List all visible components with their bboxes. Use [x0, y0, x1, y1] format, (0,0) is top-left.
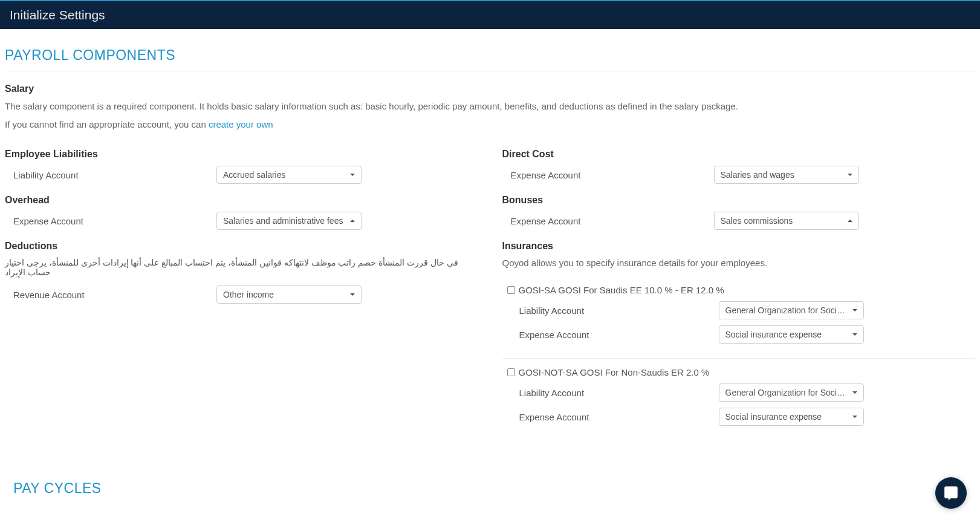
liability-account-label: Liability Account	[5, 170, 216, 180]
salary-description: The salary component is a required compo…	[5, 99, 975, 114]
revenue-account-row: Revenue Account Other income	[5, 285, 478, 304]
gosi-sa-liability-value: General Organization for Social insuranc…	[725, 305, 864, 315]
section-title-payroll: PAYROLL COMPONENTS	[5, 47, 975, 71]
employee-liabilities-heading: Employee Liabilities	[5, 149, 478, 160]
right-column: Direct Cost Expense Account Salaries and…	[502, 145, 976, 444]
gosi-not-sa-liability-select[interactable]: General Organization for Social insuranc…	[719, 383, 864, 402]
chevron-down-icon	[848, 174, 852, 176]
gosi-sa-liability-label: Liability Account	[519, 305, 719, 316]
revenue-account-value: Other income	[223, 290, 274, 299]
chevron-up-icon	[350, 220, 355, 222]
deductions-arabic-note: في حال قررت المنشأة خصم راتب موظف لانتها…	[5, 258, 478, 277]
insurance-block-gosi-not-sa: GOSI-NOT-SA GOSI For Non-Saudis ER 2.0 %…	[502, 362, 976, 440]
topbar: Initialize Settings	[0, 0, 980, 29]
liability-account-row: Liability Account Accrued salaries	[5, 166, 478, 184]
direct-cost-heading: Direct Cost	[502, 149, 976, 160]
chat-widget-button[interactable]	[935, 477, 967, 509]
gosi-sa-expense-value: Social insurance expense	[725, 330, 822, 339]
revenue-account-label: Revenue Account	[5, 290, 216, 300]
gosi-sa-expense-row: Expense Account Social insurance expense	[507, 325, 976, 344]
chevron-down-icon	[852, 309, 857, 312]
chat-icon	[943, 485, 959, 501]
gosi-sa-checkbox[interactable]	[507, 286, 515, 294]
left-column: Employee Liabilities Liability Account A…	[5, 145, 478, 444]
chevron-down-icon	[350, 174, 355, 176]
create-your-own-link[interactable]: create your own	[209, 119, 273, 129]
bonuses-heading: Bonuses	[502, 195, 976, 206]
gosi-sa-liability-row: Liability Account General Organization f…	[507, 301, 976, 319]
chevron-down-icon	[852, 391, 857, 394]
direct-expense-row: Expense Account Salaries and wages	[502, 166, 976, 184]
gosi-not-sa-expense-row: Expense Account Social insurance expense	[507, 408, 976, 426]
liability-account-select[interactable]: Accrued salaries	[216, 166, 362, 184]
insurances-heading: Insurances	[502, 241, 976, 252]
overhead-expense-row: Expense Account Salaries and administrat…	[5, 212, 478, 230]
direct-expense-value: Salaries and wages	[721, 170, 794, 180]
chevron-down-icon	[852, 333, 857, 336]
overhead-expense-select[interactable]: Salaries and administrative fees	[216, 212, 362, 230]
salary-hint: If you cannot find an appropriate accoun…	[5, 117, 975, 132]
gosi-not-sa-liability-label: Liability Account	[519, 388, 719, 398]
gosi-not-sa-liability-row: Liability Account General Organization f…	[507, 383, 976, 402]
insurances-description: Qoyod allows you to specify insurance de…	[502, 258, 976, 268]
liability-account-value: Accrued salaries	[223, 170, 286, 180]
gosi-not-sa-label: GOSI-NOT-SA GOSI For Non-Saudis ER 2.0 %	[519, 367, 710, 377]
bonus-expense-label: Expense Account	[502, 216, 714, 226]
bonus-expense-row: Expense Account Sales commissions	[502, 212, 976, 230]
gosi-not-sa-expense-value: Social insurance expense	[725, 412, 822, 422]
gosi-sa-liability-select[interactable]: General Organization for Social insuranc…	[719, 301, 864, 319]
chevron-down-icon	[852, 416, 857, 418]
overhead-expense-label: Expense Account	[5, 216, 216, 226]
overhead-heading: Overhead	[5, 195, 478, 206]
gosi-sa-label: GOSI-SA GOSI For Saudis EE 10.0 % - ER 1…	[519, 285, 724, 295]
salary-hint-text: If you cannot find an appropriate accoun…	[5, 119, 209, 129]
salary-heading: Salary	[5, 83, 975, 94]
insurance-block-gosi-sa: GOSI-SA GOSI For Saudis EE 10.0 % - ER 1…	[502, 280, 976, 359]
deductions-heading: Deductions	[5, 241, 478, 252]
direct-expense-label: Expense Account	[502, 170, 714, 180]
chevron-down-icon	[350, 293, 355, 296]
gosi-not-sa-checkbox[interactable]	[507, 368, 515, 376]
bonus-expense-select[interactable]: Sales commissions	[714, 212, 859, 230]
gosi-sa-expense-label: Expense Account	[519, 330, 719, 340]
gosi-not-sa-expense-label: Expense Account	[519, 412, 719, 422]
direct-expense-select[interactable]: Salaries and wages	[714, 166, 859, 184]
gosi-not-sa-expense-select[interactable]: Social insurance expense	[719, 408, 864, 426]
gosi-sa-expense-select[interactable]: Social insurance expense	[719, 325, 864, 344]
main-content: PAYROLL COMPONENTS Salary The salary com…	[0, 29, 980, 521]
section-title-paycycles: PAY CYCLES	[5, 480, 975, 497]
chevron-up-icon	[848, 220, 852, 222]
revenue-account-select[interactable]: Other income	[216, 285, 362, 304]
overhead-expense-value: Salaries and administrative fees	[223, 216, 343, 226]
page-title: Initialize Settings	[10, 8, 105, 22]
gosi-not-sa-liability-value: General Organization for Social insuranc…	[725, 388, 864, 397]
bonus-expense-value: Sales commissions	[721, 216, 793, 226]
